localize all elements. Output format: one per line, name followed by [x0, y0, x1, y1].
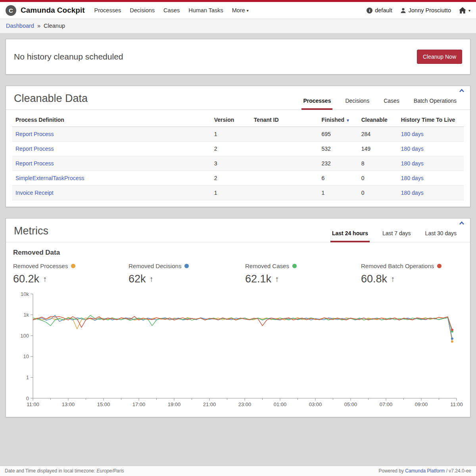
nav-more-menu[interactable]: More ▾ — [232, 7, 249, 13]
svg-text:11:00: 11:00 — [27, 401, 39, 407]
col-tenant-id[interactable]: Tenant ID — [251, 112, 319, 127]
version-cell: 1 — [211, 186, 251, 200]
user-name: Jonny Prosciutto — [409, 7, 451, 13]
series-color-dot — [71, 264, 75, 268]
version-label: / v7.24.0-ee — [446, 468, 471, 474]
tenant-cell — [251, 127, 319, 142]
trend-up-icon: ↑ — [43, 274, 47, 284]
svg-text:13:00: 13:00 — [62, 401, 75, 407]
powered-by-label: Powered by — [379, 468, 404, 474]
ttl-link[interactable]: 180 days — [401, 160, 424, 167]
navbar: C Camunda Cockpit Processes Decisions Ca… — [0, 2, 476, 19]
svg-text:1k: 1k — [23, 312, 29, 318]
metrics-header: Metrics Last 24 hours Last 7 days Last 3… — [6, 219, 470, 242]
nav-cases[interactable]: Cases — [163, 7, 180, 13]
svg-text:21:00: 21:00 — [203, 401, 216, 407]
timezone-value: Europe/Paris — [96, 468, 124, 474]
process-definition-link[interactable]: Report Process — [15, 160, 54, 167]
svg-text:0: 0 — [26, 395, 29, 401]
cleanable-data-panel: Cleanable Data Processes Decisions Cases… — [6, 86, 470, 207]
tenant-cell — [251, 186, 319, 200]
sort-desc-icon: ▼ — [346, 118, 350, 123]
removed-data-title: Removed Data — [13, 249, 463, 257]
camunda-platform-link[interactable]: Camunda Platform — [405, 468, 445, 474]
tab-batch-operations[interactable]: Batch Operations — [414, 98, 457, 109]
engine-name: default — [375, 7, 392, 13]
tenant-cell — [251, 142, 319, 156]
tab-processes[interactable]: Processes — [303, 98, 331, 109]
table-row: Invoice Receipt 1 1 0 180 days — [12, 186, 464, 200]
version-cell: 3 — [211, 156, 251, 171]
engine-selector[interactable]: i default — [367, 7, 392, 13]
svg-text:11:00: 11:00 — [450, 401, 463, 407]
col-cleanable[interactable]: Cleanable — [358, 112, 398, 127]
user-menu[interactable]: Jonny Prosciutto — [400, 7, 451, 13]
panel-title: Cleanable Data — [14, 92, 88, 109]
ttl-link[interactable]: 180 days — [401, 175, 424, 181]
cleanable-cell: 8 — [358, 156, 398, 171]
collapse-panel-button[interactable] — [459, 89, 464, 92]
svg-text:05:00: 05:00 — [344, 401, 357, 407]
stat-label: Removed Cases — [245, 263, 289, 269]
tab-decisions[interactable]: Decisions — [345, 98, 369, 109]
stat-value: 62k — [129, 273, 146, 285]
stat-label: Removed Batch Operations — [361, 263, 434, 269]
ttl-link[interactable]: 180 days — [401, 131, 424, 137]
main-nav: Processes Decisions Cases Human Tasks Mo… — [94, 7, 249, 13]
col-version[interactable]: Version — [211, 112, 251, 127]
home-menu[interactable]: ▾ — [459, 7, 470, 13]
svg-text:03:00: 03:00 — [309, 401, 322, 407]
stat-value: 60.2k — [13, 273, 39, 285]
removed-data-chart: 10k1k100101011:0013:0015:0017:0019:0021:… — [13, 290, 463, 411]
col-finished[interactable]: Finished▼ — [319, 112, 358, 127]
cleanable-data-header: Cleanable Data Processes Decisions Cases… — [6, 86, 470, 110]
series-color-dot — [292, 264, 297, 268]
process-definition-link[interactable]: Invoice Receipt — [15, 190, 54, 196]
series-color-dot — [184, 264, 189, 268]
series-color-dot — [437, 264, 441, 268]
info-icon: i — [367, 8, 372, 13]
table-row: SimpleExternalTaskProcess 2 6 0 180 days — [12, 171, 464, 186]
process-definition-link[interactable]: Report Process — [15, 131, 54, 137]
svg-text:15:00: 15:00 — [97, 401, 110, 407]
tab-last-7-days[interactable]: Last 7 days — [382, 230, 411, 242]
tenant-cell — [251, 156, 319, 171]
trend-up-icon: ↑ — [391, 274, 395, 284]
app-title: Camunda Cockpit — [21, 6, 85, 15]
nav-processes[interactable]: Processes — [94, 7, 121, 13]
process-definition-link[interactable]: Report Process — [15, 146, 54, 152]
nav-decisions[interactable]: Decisions — [130, 7, 155, 13]
breadcrumb-dashboard-link[interactable]: Dashboard — [6, 23, 34, 29]
cleanable-cell: 0 — [358, 171, 398, 186]
svg-text:01:00: 01:00 — [274, 401, 287, 407]
col-history-ttl[interactable]: History Time To Live — [398, 112, 464, 127]
collapse-panel-button[interactable] — [459, 221, 464, 225]
breadcrumb-separator: » — [37, 23, 40, 29]
svg-text:10: 10 — [23, 353, 29, 359]
metrics-body: Removed Data Removed Processes 60.2k ↑ R… — [6, 249, 470, 417]
cleanable-cell: 149 — [358, 142, 398, 156]
ttl-link[interactable]: 180 days — [401, 146, 424, 152]
ttl-link[interactable]: 180 days — [401, 190, 424, 196]
tab-last-30-days[interactable]: Last 30 days — [425, 230, 457, 242]
tab-last-24-hours[interactable]: Last 24 hours — [332, 230, 368, 242]
svg-text:1: 1 — [26, 374, 29, 380]
stat-value: 62.1k — [245, 273, 271, 285]
main-content: No history cleanup scheduled Cleanup Now… — [0, 33, 476, 428]
user-icon — [400, 8, 406, 13]
timezone-label: Date and Time displayed in local timezon… — [5, 468, 95, 474]
cleanable-cell: 0 — [358, 186, 398, 200]
cleanup-now-button[interactable]: Cleanup Now — [417, 50, 462, 64]
col-process-definition[interactable]: Process Definition — [12, 112, 211, 127]
table-row: Report Process 3 232 8 180 days — [12, 156, 464, 171]
svg-text:09:00: 09:00 — [415, 401, 428, 407]
stat-removed-batch-operations: Removed Batch Operations 60.8k ↑ — [361, 263, 463, 285]
powered-by: Powered by Camunda Platform / v7.24.0-ee — [379, 468, 471, 474]
nav-human-tasks[interactable]: Human Tasks — [188, 7, 223, 13]
tab-cases[interactable]: Cases — [384, 98, 399, 109]
cleanup-status-panel: No history cleanup scheduled Cleanup Now — [6, 39, 470, 75]
stat-removed-processes: Removed Processes 60.2k ↑ — [13, 263, 129, 285]
process-definition-link[interactable]: SimpleExternalTaskProcess — [15, 175, 84, 181]
version-cell: 1 — [211, 127, 251, 142]
metrics-panel: Metrics Last 24 hours Last 7 days Last 3… — [6, 218, 470, 417]
